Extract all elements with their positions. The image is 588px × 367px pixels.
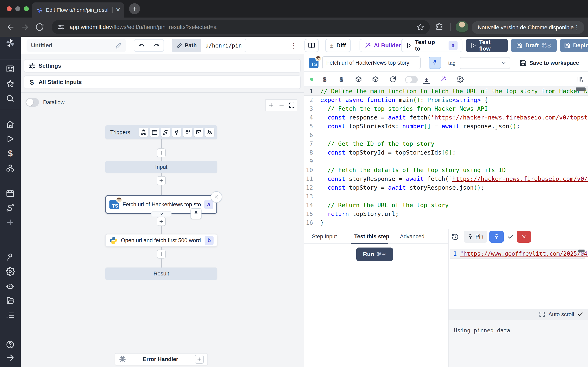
profile-avatar[interactable] <box>456 21 468 33</box>
zoom-out-icon[interactable] <box>278 102 285 108</box>
test-up-to-button[interactable]: Test up to a <box>401 39 462 52</box>
sidebar-item-apps[interactable] <box>6 64 15 73</box>
route-trigger-icon[interactable] <box>161 128 170 137</box>
ai-builder-button[interactable]: AI Builder <box>360 39 406 52</box>
pinned-active-button[interactable] <box>489 231 504 243</box>
poll-trigger-icon[interactable] <box>205 128 214 137</box>
chrome-update-button[interactable]: Nouvelle version de Chrome disponible ⋮ <box>472 21 584 34</box>
clear-pin-button[interactable] <box>517 231 531 243</box>
all-static-inputs-bar[interactable]: $ All Static Inputs <box>24 75 301 89</box>
insert-step-button[interactable] <box>157 250 166 259</box>
tab-close-icon[interactable]: ✕ <box>116 7 121 13</box>
windmill-logo[interactable] <box>5 38 15 48</box>
sidebar-item-folders[interactable] <box>6 296 15 305</box>
flow-settings-bar[interactable]: Settings <box>24 59 301 73</box>
back-icon[interactable] <box>6 23 15 32</box>
expand-icon[interactable] <box>539 311 545 317</box>
step-node-b[interactable]: Open url and fetch first 500 words of ..… <box>105 234 217 247</box>
websocket-trigger-icon[interactable] <box>183 128 192 137</box>
sidebar-item-settings[interactable] <box>6 267 15 276</box>
tab-advanced[interactable]: Advanced <box>400 229 424 244</box>
insert-step-button[interactable] <box>157 176 166 185</box>
docs-button[interactable] <box>304 39 319 52</box>
email-trigger-icon[interactable] <box>194 128 203 137</box>
sidebar-item-audit-logs[interactable] <box>6 311 15 320</box>
more-options-icon[interactable]: ⋮ <box>290 40 298 51</box>
check-icon[interactable] <box>577 311 584 317</box>
insert-step-button[interactable] <box>157 217 166 226</box>
add-error-handler-button[interactable] <box>195 355 204 364</box>
pin-step-button[interactable] <box>429 57 441 69</box>
dataflow-toggle[interactable] <box>26 98 39 107</box>
step-name-input[interactable]: Fetch url of HackerNews top story <box>322 56 421 69</box>
bookmark-star-icon[interactable] <box>416 23 424 31</box>
fit-view-icon[interactable] <box>289 102 295 108</box>
resource-picker-icon[interactable]: $ <box>338 76 345 83</box>
reload-icon[interactable] <box>35 23 44 32</box>
history-icon[interactable] <box>451 233 459 241</box>
error-handler-node[interactable]: Error Handler <box>115 353 208 365</box>
window-close-button[interactable] <box>7 6 12 11</box>
package-icon[interactable] <box>372 76 379 83</box>
sidebar-item-home[interactable] <box>6 120 15 129</box>
input-node[interactable]: Input <box>105 161 217 173</box>
diff-button[interactable]: ± Diff <box>325 39 351 52</box>
path-value[interactable]: u/henri/pin <box>201 39 246 52</box>
new-tab-button[interactable]: + <box>129 3 140 14</box>
tab-step-input[interactable]: Step Input <box>312 229 337 244</box>
schedule-trigger-icon[interactable] <box>150 128 159 137</box>
remove-step-button[interactable] <box>211 191 222 203</box>
sidebar-expand-icon[interactable] <box>6 353 15 362</box>
address-bar[interactable]: app.windmill.dev/flows/edit/u/henri/pin_… <box>52 20 430 34</box>
sidebar-item-triggers[interactable] <box>6 203 15 212</box>
deploy-button[interactable]: Deploy <box>560 39 588 52</box>
package-icon[interactable] <box>355 76 362 83</box>
code-editor[interactable]: 1// Define the main function to fetch th… <box>304 87 588 229</box>
sidebar-item-variables[interactable]: $ <box>6 149 15 158</box>
path-button[interactable]: Path <box>172 39 201 52</box>
pinned-data-editor[interactable]: 1"https://www.geoffreylitt.com/2025/04/1… <box>450 249 585 308</box>
editor-settings-icon[interactable] <box>457 76 464 83</box>
expand-step-chevron[interactable] <box>151 211 172 217</box>
ai-assist-icon[interactable] <box>440 76 447 83</box>
library-icon[interactable] <box>577 76 584 83</box>
edit-pencil-icon[interactable] <box>116 42 122 49</box>
undo-button[interactable] <box>134 40 149 51</box>
insert-step-button[interactable] <box>157 149 166 157</box>
redo-button[interactable] <box>149 40 164 51</box>
sidebar-item-resources[interactable] <box>6 164 15 173</box>
flow-name-input[interactable]: Untitled <box>26 39 126 52</box>
draft-button[interactable]: Draft ⌘S <box>511 39 557 52</box>
test-up-to-step-badge[interactable]: a <box>449 41 458 50</box>
reload-icon[interactable] <box>389 76 396 83</box>
test-flow-button[interactable]: Test flow <box>466 39 508 52</box>
chrome-menu-icon[interactable]: ⋮ <box>574 24 580 31</box>
editor-scrollbar[interactable] <box>579 250 585 252</box>
editor-scrollbar[interactable] <box>576 87 586 91</box>
run-button[interactable]: Run ⌘↵ <box>356 248 393 261</box>
tag-select[interactable] <box>460 57 510 69</box>
sidebar-item-schedules[interactable] <box>6 189 15 198</box>
sidebar-item-runs[interactable] <box>6 134 15 143</box>
pinned-step-indicator[interactable] <box>190 208 201 219</box>
pin-button[interactable]: Pin <box>464 231 487 243</box>
sidebar-item-help[interactable] <box>6 340 15 349</box>
http-trigger-icon[interactable] <box>172 128 181 137</box>
tab-test-this-step[interactable]: Test this step <box>354 229 389 244</box>
window-minimize-button[interactable] <box>15 6 20 11</box>
sidebar-item-workers[interactable] <box>6 282 15 291</box>
editor-toggle[interactable] <box>405 76 418 83</box>
save-to-workspace-button[interactable]: Save to workspace <box>520 54 579 72</box>
sidebar-item-add[interactable] <box>6 218 15 227</box>
diff-mode-icon[interactable]: ± <box>423 76 430 84</box>
webhook-trigger-icon[interactable] <box>139 128 148 137</box>
site-settings-icon[interactable] <box>57 23 65 31</box>
extensions-puzzle-icon[interactable] <box>435 23 444 32</box>
sidebar-item-users[interactable] <box>6 252 15 261</box>
variable-picker-icon[interactable]: $ <box>321 76 328 83</box>
result-node[interactable]: Result <box>105 267 217 280</box>
browser-tab[interactable]: Edit Flow u/henri/pin_results ✕ <box>32 2 124 17</box>
triggers-node[interactable]: Triggers <box>105 125 217 139</box>
forward-icon[interactable] <box>20 23 29 32</box>
sidebar-item-favorites[interactable] <box>6 79 15 88</box>
